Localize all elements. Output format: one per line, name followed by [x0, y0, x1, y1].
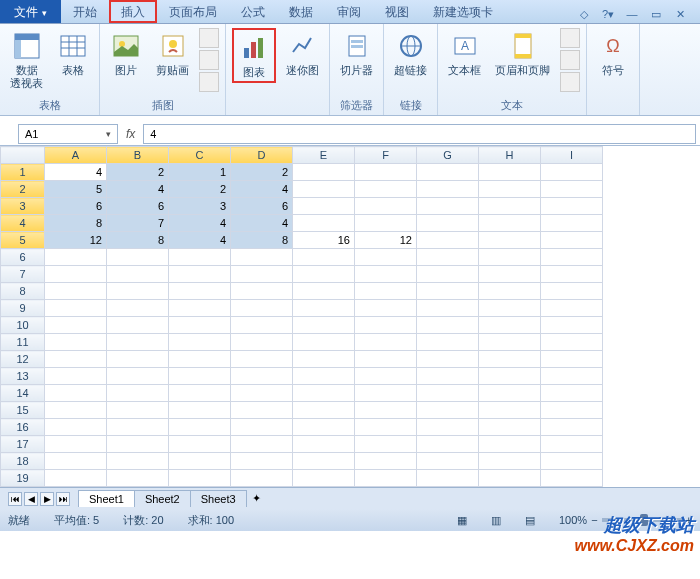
- pivot-button[interactable]: 数据 透视表: [6, 28, 47, 92]
- cell-G9[interactable]: [417, 300, 479, 317]
- cell-F9[interactable]: [355, 300, 417, 317]
- cell-B14[interactable]: [107, 385, 169, 402]
- cell-D7[interactable]: [231, 266, 293, 283]
- cell-E7[interactable]: [293, 266, 355, 283]
- cell-A5[interactable]: 12: [45, 232, 107, 249]
- cell-C7[interactable]: [169, 266, 231, 283]
- row-header-7[interactable]: 7: [1, 266, 45, 283]
- cell-C17[interactable]: [169, 436, 231, 453]
- cell-D14[interactable]: [231, 385, 293, 402]
- cell-E19[interactable]: [293, 470, 355, 487]
- cell-D5[interactable]: 8: [231, 232, 293, 249]
- cell-F14[interactable]: [355, 385, 417, 402]
- cell-H6[interactable]: [479, 249, 541, 266]
- row-header-1[interactable]: 1: [1, 164, 45, 181]
- cell-G3[interactable]: [417, 198, 479, 215]
- cell-B15[interactable]: [107, 402, 169, 419]
- cell-I18[interactable]: [541, 453, 603, 470]
- cell-H5[interactable]: [479, 232, 541, 249]
- cell-I1[interactable]: [541, 164, 603, 181]
- smartart-icon[interactable]: [199, 50, 219, 70]
- cell-D19[interactable]: [231, 470, 293, 487]
- table-button[interactable]: 表格: [53, 28, 93, 79]
- cell-E6[interactable]: [293, 249, 355, 266]
- cell-A8[interactable]: [45, 283, 107, 300]
- cell-F17[interactable]: [355, 436, 417, 453]
- sheet-tab-2[interactable]: Sheet2: [134, 490, 191, 507]
- col-header-C[interactable]: C: [169, 147, 231, 164]
- cell-A19[interactable]: [45, 470, 107, 487]
- cell-G7[interactable]: [417, 266, 479, 283]
- cell-B10[interactable]: [107, 317, 169, 334]
- cell-G8[interactable]: [417, 283, 479, 300]
- row-header-8[interactable]: 8: [1, 283, 45, 300]
- cell-A12[interactable]: [45, 351, 107, 368]
- cell-E2[interactable]: [293, 181, 355, 198]
- cell-G17[interactable]: [417, 436, 479, 453]
- cell-F16[interactable]: [355, 419, 417, 436]
- wordart-icon[interactable]: [560, 28, 580, 48]
- cell-C4[interactable]: 4: [169, 215, 231, 232]
- headerfooter-button[interactable]: 页眉和页脚: [491, 28, 554, 79]
- help-icon[interactable]: ◇: [576, 6, 592, 22]
- cell-C3[interactable]: 3: [169, 198, 231, 215]
- sparkline-button[interactable]: 迷你图: [282, 28, 323, 79]
- cell-I9[interactable]: [541, 300, 603, 317]
- row-header-2[interactable]: 2: [1, 181, 45, 198]
- new-sheet-icon[interactable]: ✦: [252, 492, 261, 505]
- cell-E3[interactable]: [293, 198, 355, 215]
- signature-icon[interactable]: [560, 50, 580, 70]
- cell-I14[interactable]: [541, 385, 603, 402]
- cell-F2[interactable]: [355, 181, 417, 198]
- cell-F8[interactable]: [355, 283, 417, 300]
- cell-A16[interactable]: [45, 419, 107, 436]
- cell-G15[interactable]: [417, 402, 479, 419]
- cell-C19[interactable]: [169, 470, 231, 487]
- cell-D4[interactable]: 4: [231, 215, 293, 232]
- cell-G6[interactable]: [417, 249, 479, 266]
- tab-review[interactable]: 审阅: [325, 0, 373, 23]
- cell-C2[interactable]: 2: [169, 181, 231, 198]
- sheet-tab-1[interactable]: Sheet1: [78, 490, 135, 507]
- object-icon[interactable]: [560, 72, 580, 92]
- next-sheet-icon[interactable]: ▶: [40, 492, 54, 506]
- cell-E12[interactable]: [293, 351, 355, 368]
- cell-A1[interactable]: 4: [45, 164, 107, 181]
- screenshot-icon[interactable]: [199, 72, 219, 92]
- cell-I10[interactable]: [541, 317, 603, 334]
- cell-F3[interactable]: [355, 198, 417, 215]
- row-header-17[interactable]: 17: [1, 436, 45, 453]
- cell-H14[interactable]: [479, 385, 541, 402]
- cell-C8[interactable]: [169, 283, 231, 300]
- restore-icon[interactable]: ▭: [648, 6, 664, 22]
- cell-E10[interactable]: [293, 317, 355, 334]
- view-normal-icon[interactable]: ▦: [457, 514, 467, 527]
- tab-formula[interactable]: 公式: [229, 0, 277, 23]
- cell-C5[interactable]: 4: [169, 232, 231, 249]
- cell-B19[interactable]: [107, 470, 169, 487]
- cell-E9[interactable]: [293, 300, 355, 317]
- picture-button[interactable]: 图片: [106, 28, 146, 79]
- view-layout-icon[interactable]: ▥: [491, 514, 501, 527]
- clipart-button[interactable]: 剪贴画: [152, 28, 193, 79]
- cell-H9[interactable]: [479, 300, 541, 317]
- tab-file[interactable]: 文件: [0, 0, 61, 23]
- cell-D13[interactable]: [231, 368, 293, 385]
- cell-A2[interactable]: 5: [45, 181, 107, 198]
- tab-layout[interactable]: 页面布局: [157, 0, 229, 23]
- cell-D8[interactable]: [231, 283, 293, 300]
- tab-start[interactable]: 开始: [61, 0, 109, 23]
- cell-B17[interactable]: [107, 436, 169, 453]
- cell-B11[interactable]: [107, 334, 169, 351]
- cell-G12[interactable]: [417, 351, 479, 368]
- cell-H13[interactable]: [479, 368, 541, 385]
- cell-I19[interactable]: [541, 470, 603, 487]
- cell-I17[interactable]: [541, 436, 603, 453]
- cell-I3[interactable]: [541, 198, 603, 215]
- row-header-16[interactable]: 16: [1, 419, 45, 436]
- cell-F7[interactable]: [355, 266, 417, 283]
- cell-A18[interactable]: [45, 453, 107, 470]
- cell-I13[interactable]: [541, 368, 603, 385]
- hyperlink-button[interactable]: 超链接: [390, 28, 431, 79]
- shapes-icon[interactable]: [199, 28, 219, 48]
